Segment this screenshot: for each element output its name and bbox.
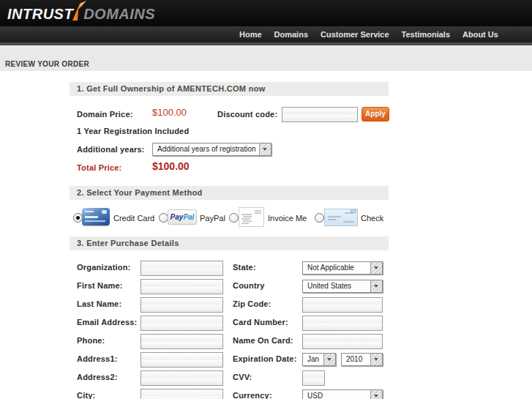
organization-label: Organization:	[77, 263, 131, 272]
cvv-label: CVV:	[233, 373, 252, 381]
country-select[interactable]: United States	[302, 280, 383, 293]
expiration-year-value: 2010	[346, 355, 369, 363]
invoice-icon	[239, 207, 264, 227]
dropdown-arrow-icon	[370, 390, 382, 399]
state-label: State:	[233, 263, 256, 272]
domain-price-value: $100.00	[152, 107, 187, 118]
first-name-input[interactable]	[141, 279, 223, 294]
name-on-card-input[interactable]	[302, 334, 383, 349]
credit-card-icon	[82, 208, 110, 225]
additional-years-selected-value: Additional years of registration	[157, 145, 258, 153]
expiration-date-label: Expiration Date:	[233, 354, 297, 363]
payment-option-check-label: Check	[361, 214, 383, 223]
nav-item-home[interactable]: Home	[239, 30, 262, 39]
card-number-label: Card Number:	[233, 318, 288, 327]
nav-item-customer-service[interactable]: Customer Service	[321, 30, 389, 39]
section-title-payment: 2. Select Your Payment Method	[70, 186, 389, 200]
name-on-card-label: Name On Card:	[233, 336, 293, 345]
nav-item-domains[interactable]: Domains	[274, 30, 308, 39]
check-icon	[324, 209, 358, 226]
dropdown-arrow-icon	[370, 262, 382, 274]
expiration-year-select[interactable]: 2010	[341, 353, 383, 366]
main-nav: Home Domains Customer Service Testimonia…	[239, 26, 498, 42]
logo-arrow-icon	[72, 1, 86, 21]
paypal-logo-pay: Pay	[171, 213, 184, 221]
city-input[interactable]	[141, 389, 223, 399]
page-title: REVIEW YOUR ORDER	[5, 60, 89, 68]
payment-radio[interactable]	[315, 213, 324, 223]
total-price-label: Total Price:	[77, 163, 122, 172]
card-number-input[interactable]	[302, 316, 383, 331]
zip-code-label: Zip Code:	[233, 299, 271, 308]
payment-option-paypal-label: PayPal	[200, 214, 225, 223]
city-label: City:	[77, 391, 95, 399]
phone-label: Phone:	[77, 336, 105, 345]
paypal-icon: PayPal	[168, 209, 197, 225]
discount-code-input[interactable]	[282, 107, 358, 122]
cvv-input[interactable]	[302, 370, 325, 386]
logo-text-intrust: INTRUST	[7, 6, 73, 23]
address1-input[interactable]	[141, 352, 223, 368]
discount-code-label: Discount code:	[217, 110, 277, 119]
phone-input[interactable]	[141, 334, 223, 349]
expiration-month-select[interactable]: Jan	[302, 353, 336, 366]
address2-input[interactable]	[141, 370, 223, 386]
email-address-input[interactable]	[141, 316, 223, 331]
dropdown-arrow-icon	[370, 280, 382, 292]
last-name-input[interactable]	[141, 297, 223, 313]
domain-price-label: Domain Price:	[77, 110, 133, 119]
logo-text-domains: DOMAINS	[83, 6, 155, 23]
dropdown-arrow-icon	[323, 354, 335, 365]
nav-item-testimonials[interactable]: Testimonials	[402, 30, 450, 39]
apply-button[interactable]: Apply	[361, 107, 389, 122]
state-selected-value: Not Applicable	[307, 264, 369, 272]
review-band: REVIEW YOUR ORDER	[0, 45, 532, 71]
state-select[interactable]: Not Applicable	[302, 261, 383, 275]
registration-note: 1 Year Registration Included	[77, 127, 189, 135]
additional-years-select[interactable]: Additional years of registration	[152, 143, 271, 156]
dropdown-arrow-icon	[259, 143, 271, 155]
currency-selected-value: USD	[307, 392, 369, 399]
currency-select[interactable]: USD	[302, 389, 383, 399]
email-address-label: Email Address:	[77, 318, 137, 327]
address1-label: Address1:	[77, 354, 118, 363]
zip-code-input[interactable]	[302, 297, 383, 313]
country-label: Country	[233, 281, 265, 290]
section-title-purchase-details: 3. Enter Purchase Details	[70, 236, 389, 250]
expiration-month-value: Jan	[307, 355, 322, 363]
payment-radio[interactable]	[229, 213, 239, 223]
address2-label: Address2:	[77, 373, 118, 381]
nav-item-about-us[interactable]: About Us	[462, 30, 498, 39]
currency-label: Currency:	[233, 391, 272, 399]
logo[interactable]: INTRUST DOMAINS	[7, 4, 155, 24]
first-name-label: First Name:	[77, 281, 123, 290]
total-price-value: $100.00	[152, 160, 190, 172]
payment-option-invoice-label: Invoice Me	[268, 214, 307, 223]
payment-option-credit-card-label: Credit Card	[113, 214, 154, 223]
additional-years-label: Additional years:	[77, 145, 145, 154]
last-name-label: Last Name:	[77, 299, 121, 308]
organization-input[interactable]	[141, 261, 223, 276]
paypal-logo-pal: Pal	[183, 213, 194, 221]
section-title-ownership: 1. Get Full Ownership of AMENTECH.COM no…	[70, 82, 389, 96]
country-selected-value: United States	[307, 282, 369, 290]
dropdown-arrow-icon	[370, 354, 382, 365]
